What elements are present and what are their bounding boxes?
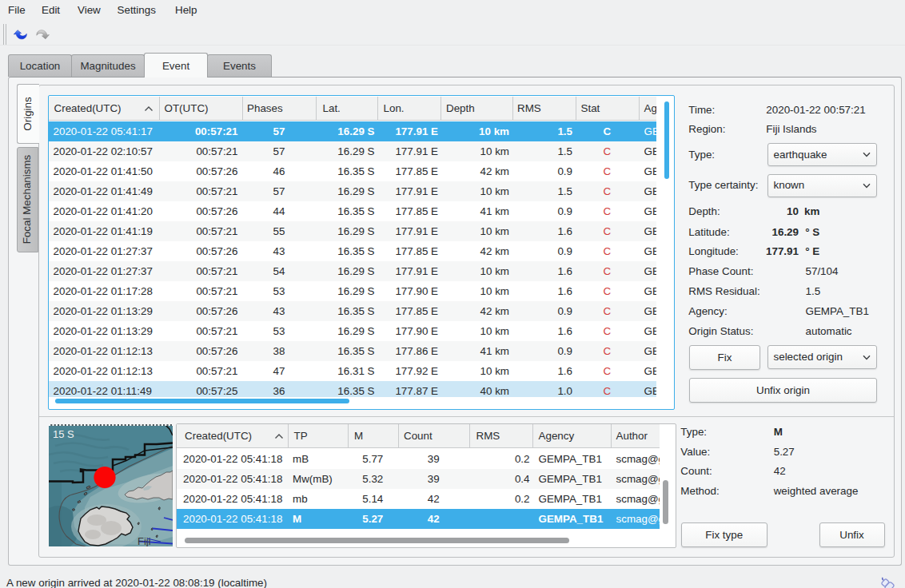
svg-text:Fiji: Fiji: [138, 535, 151, 546]
svg-text:15 S: 15 S: [53, 428, 74, 440]
